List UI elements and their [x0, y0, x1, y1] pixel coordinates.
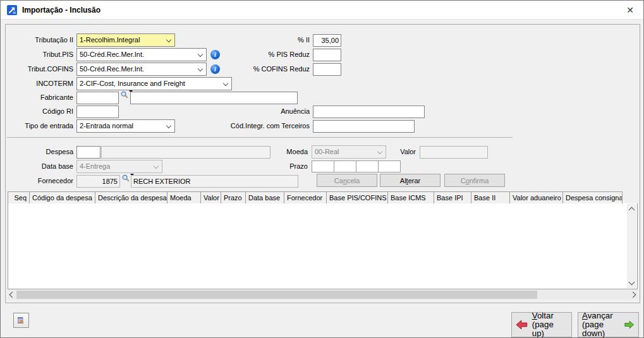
fabricante-name-input[interactable] [130, 92, 298, 104]
valor-label: Valor [366, 145, 416, 159]
incoterm-combo[interactable]: 2-CIF-Cost, Insurance and Freight [76, 77, 232, 90]
col-header-base-ipi[interactable]: Base IPI [434, 191, 471, 204]
despesa-label: Despesa [6, 145, 73, 159]
moeda-label: Moeda [246, 145, 308, 159]
col-header-base-pis-cofins[interactable]: Base PIS/COFINS [326, 191, 388, 204]
col-header-valor[interactable]: Valor [200, 191, 221, 204]
col-header-despesa-consignat[interactable]: Despesa consignat. [562, 191, 623, 204]
prazo-input-2[interactable] [334, 160, 356, 172]
fabricante-code-input[interactable] [76, 92, 119, 104]
col-header-valor-aduaneiro[interactable]: Valor aduaneiro [509, 191, 563, 204]
app-icon [7, 5, 17, 15]
tipo-entrada-label: Tipo de entrada [6, 119, 73, 133]
confirma-button[interactable]: Confirma [444, 174, 505, 187]
pct-pis-reduz-input[interactable] [313, 49, 341, 61]
col-header-prazo[interactable]: Prazo [221, 191, 246, 204]
incoterm-label: INCOTERM [6, 77, 73, 90]
voltar-subtitle: (page up) [532, 320, 554, 338]
search-icon [122, 174, 130, 183]
grid-body[interactable] [8, 203, 638, 289]
col-header-base-icms[interactable]: Base ICMS [387, 191, 434, 204]
fornecedor-label: Fornecedor [6, 174, 73, 188]
moeda-value: 00-Real [315, 148, 339, 155]
pct-ii-input[interactable] [313, 34, 341, 47]
col-header-moeda[interactable]: Moeda [167, 191, 201, 204]
prazo-input-3[interactable] [356, 160, 379, 172]
tribut-pis-value: 50-Créd.Rec.Mer.Int. [80, 51, 144, 58]
tipo-entrada-value: 2-Entrada normal [80, 122, 133, 130]
window-title: Importação - Inclusão [22, 6, 100, 15]
green-right-arrow-icon [624, 320, 635, 330]
scroll-up-icon[interactable] [629, 207, 635, 214]
vertical-scrollbar[interactable] [627, 204, 636, 288]
tipo-entrada-combo[interactable]: 2-Entrada normal [76, 119, 175, 133]
col-header-codigo-despesa[interactable]: Código da despesa [29, 191, 95, 204]
data-base-combo: 4-Entrega [76, 160, 162, 173]
horizontal-scrollbar[interactable] [8, 290, 638, 299]
fabricante-label: Fabricante [6, 91, 73, 104]
tributacao-ii-value: 1-Recolhim.Integral [80, 36, 140, 44]
close-icon[interactable]: ✕ [623, 3, 637, 17]
data-base-value: 4-Entrega [80, 162, 110, 170]
alterar-button[interactable]: Alterar [380, 174, 440, 187]
anuencia-input[interactable] [313, 106, 425, 118]
codigo-ri-label: Código RI [6, 105, 73, 118]
scroll-right-icon[interactable] [630, 292, 636, 298]
codigo-ri-input[interactable] [76, 106, 119, 118]
despesa-code-input[interactable] [76, 146, 100, 159]
despesa-descr-input [101, 146, 270, 159]
chevron-down-icon [166, 123, 171, 128]
search-icon [121, 91, 129, 99]
titlebar: Importação - Inclusão ✕ [1, 1, 643, 20]
avancar-button[interactable]: Avançar (page down) [578, 312, 639, 337]
section-divider [7, 137, 513, 138]
valor-input [420, 146, 488, 159]
chevron-down-icon [198, 52, 203, 57]
chevron-down-icon [154, 164, 159, 169]
cancela-button[interactable]: Cancela [317, 174, 377, 187]
anuencia-label: Anuência [214, 105, 310, 118]
incoterm-value: 2-CIF-Cost, Insurance and Freight [80, 80, 185, 87]
pct-cofins-reduz-label: % COFINS Reduz [214, 63, 310, 76]
grid-hand-icon [18, 315, 25, 325]
col-header-base-ii[interactable]: Base II [471, 191, 510, 204]
prazo-label: Prazo [246, 160, 308, 173]
fornecedor-code-input [76, 175, 120, 188]
prazo-input-1[interactable] [312, 160, 334, 172]
import-inclusion-dialog: Importação - Inclusão ✕ Tributação II 1-… [0, 0, 644, 338]
fornecedor-search[interactable] [122, 174, 131, 184]
col-header-descricao-despesa[interactable]: Descrição da despesa [95, 191, 167, 204]
scroll-down-icon[interactable] [629, 279, 635, 286]
data-base-label: Data base [6, 160, 73, 173]
tribut-cofins-label: Tribut.COFINS [6, 63, 73, 76]
prazo-input-4[interactable] [378, 160, 401, 172]
tributacao-ii-combo[interactable]: 1-Recolhim.Integral [76, 33, 175, 47]
fabricante-search[interactable] [121, 91, 130, 100]
scroll-left-icon[interactable] [9, 292, 16, 298]
red-left-arrow-icon [516, 320, 528, 330]
chevron-down-icon [198, 66, 203, 71]
scrollbar-thumb[interactable] [16, 291, 537, 299]
grid-header: Seq Código da despesa Descrição da despe… [8, 191, 638, 204]
tribut-pis-label: Tribut.PIS [6, 48, 73, 61]
grid-export-button[interactable] [13, 313, 29, 328]
chevron-down-icon [166, 37, 171, 42]
tributacao-ii-label: Tributação II [6, 33, 73, 47]
pct-cofins-reduz-input[interactable] [313, 63, 341, 76]
pct-ii-label: % II [214, 33, 310, 47]
chevron-down-icon [223, 81, 228, 86]
tribut-pis-combo[interactable]: 50-Créd.Rec.Mer.Int. [76, 48, 207, 61]
pct-pis-reduz-label: % PIS Reduz [214, 48, 310, 61]
tribut-cofins-value: 50-Créd.Rec.Mer.Int. [80, 65, 144, 73]
cod-integr-label: Cód.Integr. com Terceiros [195, 119, 310, 133]
avancar-subtitle: (page down) [582, 320, 605, 338]
main-panel: Tributação II 1-Recolhim.Integral % II T… [5, 24, 640, 303]
tribut-cofins-combo[interactable]: 50-Créd.Rec.Mer.Int. [76, 63, 207, 76]
fornecedor-name-input [131, 175, 298, 188]
col-header-data-base[interactable]: Data base [245, 191, 284, 204]
col-header-fornecedor[interactable]: Fornecedor [284, 191, 327, 204]
col-header-seq[interactable]: Seq [8, 191, 30, 204]
voltar-button[interactable]: Voltar (page up) [511, 312, 572, 337]
cod-integr-input[interactable] [313, 120, 415, 133]
